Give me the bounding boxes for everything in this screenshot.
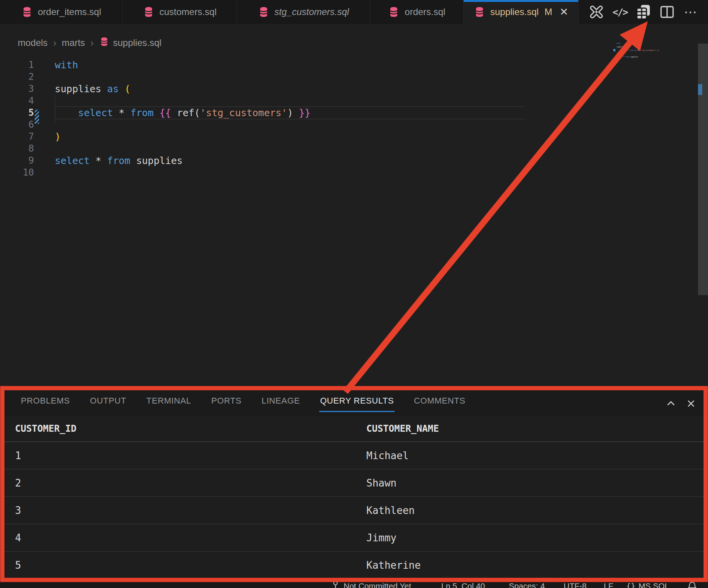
table-row[interactable]: 4Jimmy — [0, 524, 708, 552]
cell-customer-name: Katherine — [366, 559, 421, 571]
tab-label: stg_customers.sql — [274, 7, 349, 17]
git-status-label: Not Committed Yet — [344, 581, 411, 588]
panel-tab-query-results[interactable]: QUERY RESULTS — [319, 389, 395, 413]
table-row[interactable]: 1Michael — [0, 442, 708, 470]
chevron-right-icon: › — [90, 37, 94, 49]
results-header-row: CUSTOMER_IDCUSTOMER_NAME — [0, 416, 708, 442]
breadcrumb-item-models[interactable]: models — [18, 37, 47, 48]
column-header: CUSTOMER_NAME — [366, 423, 439, 434]
inline-code-icon[interactable]: </> — [611, 3, 629, 21]
encoding-label: UTF-8 — [564, 581, 587, 588]
cell-customer-name: Kathleen — [366, 505, 415, 516]
code-line-9[interactable]: 9select * from supplies — [0, 155, 708, 167]
tab-order-items-sql[interactable]: order_items.sql — [0, 0, 123, 24]
code-line-7[interactable]: 7) — [0, 131, 708, 143]
eol-setting[interactable]: LF — [604, 578, 613, 588]
panel-tab-problems[interactable]: PROBLEMS — [20, 389, 71, 413]
line-number: 5 — [0, 107, 34, 119]
encoding-setting[interactable]: UTF-8 — [564, 578, 587, 588]
language-mode[interactable]: {} MS SQL — [626, 578, 669, 588]
tab-label: supplies.sql — [490, 7, 539, 17]
code-line-6[interactable]: 6 — [0, 119, 708, 131]
chevron-up-icon — [665, 398, 677, 409]
minimap-line — [617, 58, 659, 59]
chevron-right-icon: › — [53, 37, 56, 49]
panel-collapse-button[interactable] — [662, 395, 679, 412]
editor-scrollbar[interactable] — [698, 44, 708, 295]
minimap-line: select * from {{ ref('stg_customers') }} — [617, 49, 659, 51]
panel-tab-lineage[interactable]: LINEAGE — [261, 389, 301, 413]
minimap[interactable]: with supplies as ( select * from {{ ref(… — [617, 42, 659, 59]
tab-stg-customers-sql[interactable]: stg_customers.sql — [237, 0, 370, 24]
code-line-3[interactable]: 3supplies as ( — [0, 83, 708, 95]
code-editor[interactable]: 1with23supplies as (45 select * from {{ … — [0, 59, 708, 179]
bottom-panel: PROBLEMSOUTPUTTERMINALPORTSLINEAGEQUERY … — [0, 388, 708, 578]
code-line-1[interactable]: 1with — [0, 59, 708, 71]
line-number: 2 — [0, 71, 34, 83]
tab-orders-sql[interactable]: orders.sql — [370, 0, 464, 24]
panel-tab-output[interactable]: OUTPUT — [89, 389, 127, 413]
code-line-2[interactable]: 2 — [0, 71, 708, 83]
line-number: 1 — [0, 59, 34, 71]
cell-customer-name: Jimmy — [366, 532, 396, 544]
cell-customer-id: 4 — [15, 532, 21, 544]
panel-tab-terminal[interactable]: TERMINAL — [146, 389, 192, 413]
line-number: 9 — [0, 155, 34, 167]
panel-tab-ports[interactable]: PORTS — [210, 389, 242, 413]
line-text: select * from {{ ref('stg_customers') }} — [55, 107, 310, 119]
overview-ruler-modified-marker — [698, 84, 702, 95]
line-text: ) — [55, 131, 61, 143]
git-status[interactable]: Not Committed Yet — [330, 578, 411, 588]
bell-icon — [687, 581, 697, 588]
more-actions-icon[interactable]: ⋯ — [682, 3, 700, 21]
line-text: with — [55, 59, 78, 71]
cell-customer-id: 2 — [15, 477, 21, 489]
code-line-8[interactable]: 8 — [0, 143, 708, 155]
tab-bar: order_items.sqlcustomers.sqlstg_customer… — [0, 0, 708, 24]
tab-label: orders.sql — [405, 7, 445, 17]
database-icon — [99, 37, 109, 49]
panel-tab-comments[interactable]: COMMENTS — [413, 389, 466, 413]
line-text: select * from supplies — [55, 155, 183, 167]
dbt-icon[interactable] — [588, 3, 605, 21]
database-icon — [21, 6, 33, 18]
notifications-bell[interactable] — [687, 578, 697, 588]
line-number: 8 — [0, 143, 34, 155]
indentation-setting[interactable]: Spaces: 4 — [509, 578, 545, 588]
split-editor-icon[interactable] — [658, 3, 676, 21]
line-number: 6 — [0, 119, 34, 131]
panel-close-button[interactable] — [683, 395, 700, 412]
cursor-position-label: Ln 5, Col 40 — [441, 581, 485, 588]
indent-guide — [55, 95, 55, 123]
breadcrumb-item-marts[interactable]: marts — [62, 37, 85, 48]
tab-label: customers.sql — [159, 7, 217, 17]
table-row[interactable]: 2Shawn — [0, 470, 708, 497]
cell-customer-name: Shawn — [366, 477, 396, 489]
tab-supplies-sql[interactable]: supplies.sqlM✕ — [464, 0, 579, 24]
cursor-position[interactable]: Ln 5, Col 40 — [441, 578, 485, 588]
cell-customer-id: 3 — [15, 505, 21, 516]
line-number: 4 — [0, 95, 34, 107]
close-icon — [685, 398, 697, 409]
database-icon — [258, 6, 269, 18]
database-icon — [474, 6, 485, 18]
code-line-10[interactable]: 10 — [0, 167, 708, 179]
git-commit-icon — [330, 580, 340, 588]
line-number: 10 — [0, 167, 34, 179]
tab-customers-sql[interactable]: customers.sql — [123, 0, 237, 24]
indentation-label: Spaces: 4 — [509, 581, 545, 588]
breadcrumb-file-label: supplies.sql — [113, 37, 161, 48]
code-line-5[interactable]: 5 select * from {{ ref('stg_customers') … — [0, 107, 708, 119]
query-results-table: CUSTOMER_IDCUSTOMER_NAME1Michael2Shawn3K… — [0, 416, 708, 579]
tab-close-icon[interactable]: ✕ — [559, 6, 568, 18]
breadcrumb-file[interactable]: supplies.sql — [99, 37, 161, 49]
code-line-4[interactable]: 4 — [0, 95, 708, 107]
column-header: CUSTOMER_ID — [15, 423, 76, 434]
table-row[interactable]: 3Kathleen — [0, 497, 708, 524]
language-label: MS SQL — [639, 581, 669, 588]
query-results-icon[interactable] — [635, 3, 652, 21]
cell-customer-name: Michael — [366, 450, 409, 461]
tab-bar-tabs: order_items.sqlcustomers.sqlstg_customer… — [0, 0, 579, 24]
braces-icon: {} — [626, 581, 635, 588]
table-row[interactable]: 5Katherine — [0, 552, 708, 579]
